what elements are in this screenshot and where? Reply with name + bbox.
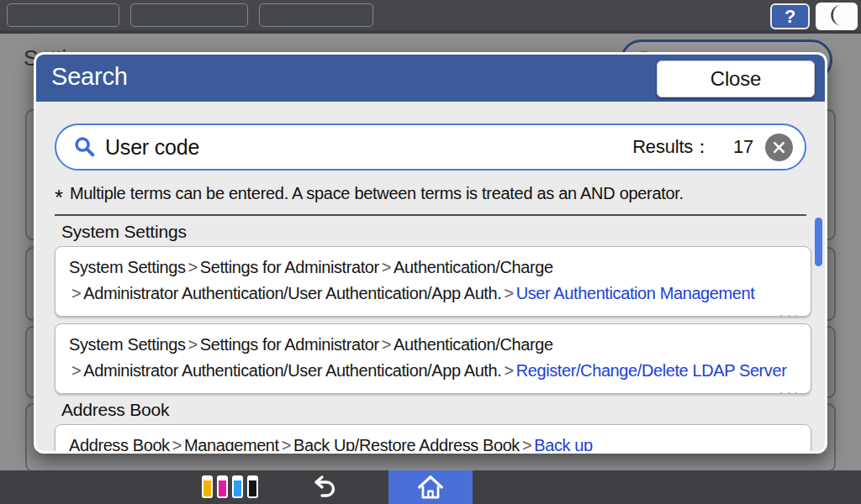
breadcrumb-segment: Authentication/Charge: [394, 335, 553, 354]
breadcrumb-segment: Administrator Authentication/User Authen…: [83, 284, 501, 302]
breadcrumb-segment: Settings for Administrator: [200, 258, 379, 276]
search-input[interactable]: [105, 135, 458, 160]
note-asterisk: *: [55, 185, 63, 211]
home-icon: [415, 473, 446, 501]
bottom-bar: [0, 470, 861, 504]
breadcrumb-separator: >: [379, 335, 394, 354]
breadcrumb-segment: Address Book: [69, 436, 170, 454]
breadcrumb-segment: Administrator Authentication/User Authen…: [83, 361, 501, 380]
clear-icon: [772, 140, 786, 155]
search-hint: * Multiple terms can be entered. A space…: [55, 181, 806, 206]
toner-levels-indicator[interactable]: [202, 475, 258, 498]
result-link[interactable]: Register/Change/Delete LDAP Server: [516, 361, 787, 380]
breadcrumb-separator: >: [279, 436, 293, 454]
search-result-row[interactable]: Address Book>Management>Back Up/Restore …: [55, 424, 811, 454]
breadcrumb-segment: Management: [184, 436, 279, 454]
breadcrumb: System Settings>Settings for Administrat…: [69, 255, 797, 281]
search-icon: [73, 135, 97, 159]
breadcrumb: >Administrator Authentication/User Authe…: [69, 281, 797, 307]
results-count: 17: [733, 136, 753, 158]
breadcrumb-segment: System Settings: [69, 335, 186, 354]
search-dialog: Search Close Results： 17 *: [34, 52, 827, 454]
breadcrumb-separator: >: [69, 361, 83, 380]
search-field[interactable]: Results： 17: [55, 123, 806, 171]
toner-magenta-bar: [217, 475, 228, 498]
clear-search-button[interactable]: [765, 134, 793, 161]
scrollbar-thumb[interactable]: [815, 218, 822, 266]
breadcrumb-separator: >: [170, 436, 184, 454]
back-button[interactable]: [304, 472, 345, 502]
breadcrumb: Address Book>Management>Back Up/Restore …: [69, 433, 797, 454]
search-dialog-header: Search Close: [36, 55, 825, 102]
breadcrumb-separator: >: [501, 361, 515, 380]
result-link[interactable]: Back up: [534, 436, 592, 454]
dialog-title: Search: [51, 63, 128, 91]
breadcrumb-separator: >: [501, 284, 515, 302]
topbar-button-1[interactable]: [7, 3, 119, 27]
breadcrumb-segment: Back Up/Restore Address Book: [293, 436, 520, 454]
breadcrumb-separator: >: [520, 436, 534, 454]
search-result-row[interactable]: System Settings>Settings for Administrat…: [55, 323, 811, 394]
help-button[interactable]: ?: [770, 3, 810, 29]
moon-icon: [824, 3, 849, 31]
breadcrumb-separator: >: [69, 284, 83, 302]
topbar-button-2[interactable]: [130, 3, 248, 27]
note-text: Multiple terms can be entered. A space b…: [70, 184, 684, 203]
breadcrumb-segment: System Settings: [69, 258, 186, 276]
breadcrumb-separator: >: [186, 258, 200, 276]
close-button-label: Close: [710, 67, 761, 91]
close-button[interactable]: Close: [657, 60, 815, 97]
top-bar: ?: [0, 0, 861, 34]
breadcrumb-separator: >: [379, 258, 394, 276]
more-indicator[interactable]: ...: [779, 380, 800, 394]
search-result-row[interactable]: System Settings>Settings for Administrat…: [55, 246, 811, 317]
energy-saver-button[interactable]: [816, 3, 858, 30]
toner-yellow-bar: [202, 475, 213, 498]
toner-black-bar: [247, 475, 258, 498]
more-indicator[interactable]: ...: [779, 302, 800, 317]
home-button[interactable]: [388, 470, 473, 504]
search-dialog-body: Results： 17 * Multiple terms can be ente…: [36, 123, 825, 454]
back-icon: [309, 474, 341, 501]
section-header-address-book: Address Book: [55, 394, 806, 424]
breadcrumb: System Settings>Settings for Administrat…: [69, 332, 797, 358]
breadcrumb-segment: Authentication/Charge: [394, 258, 553, 276]
results-label: Results：: [632, 134, 711, 160]
breadcrumb-separator: >: [186, 335, 200, 354]
section-header-system-settings: System Settings: [55, 216, 806, 246]
breadcrumb: >Administrator Authentication/User Authe…: [69, 358, 797, 384]
help-icon: ?: [784, 6, 795, 28]
breadcrumb-segment: Settings for Administrator: [200, 335, 379, 354]
topbar-button-3[interactable]: [259, 3, 373, 27]
result-link[interactable]: User Authentication Management: [516, 284, 755, 302]
toner-cyan-bar: [232, 475, 243, 498]
